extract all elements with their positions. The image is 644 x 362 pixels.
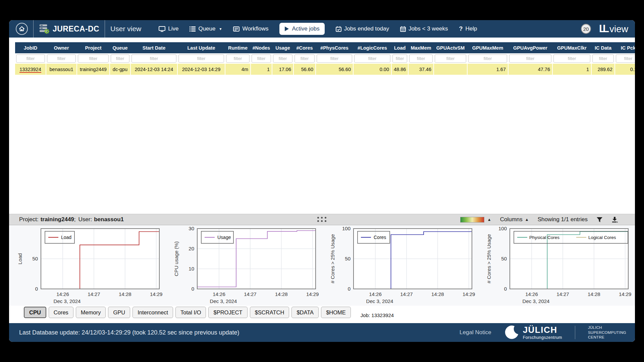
workflow-icon xyxy=(233,26,239,32)
column-header-maxmem[interactable]: MaxMem xyxy=(408,42,434,53)
nav-item-active-jobs[interactable]: Active jobs xyxy=(279,23,324,35)
column-header-load[interactable]: Load xyxy=(391,42,408,53)
svg-text:Dec 3, 2024: Dec 3, 2024 xyxy=(523,298,550,304)
drag-handle[interactable] xyxy=(317,217,327,222)
tab-scratch[interactable]: $SCRATCH xyxy=(250,307,289,318)
legal-notice-link[interactable]: Legal Notice xyxy=(460,329,491,336)
column-header-gpuavgpower[interactable]: GPUAvgPower xyxy=(508,42,552,53)
filter-input-queue[interactable] xyxy=(111,54,129,63)
home-button[interactable] xyxy=(16,23,28,35)
column-header-usage[interactable]: Usage xyxy=(272,42,293,53)
columns-dropdown-button[interactable]: Columns ▲ xyxy=(500,216,529,223)
svg-text:100: 100 xyxy=(342,226,351,231)
download-button[interactable] xyxy=(611,217,618,223)
tab-memory[interactable]: Memory xyxy=(76,307,106,318)
filter-input-logiccores[interactable] xyxy=(354,54,390,63)
top-navbar: JURECA-DC User view LiveQueue▼WorkflowsA… xyxy=(9,20,635,38)
tab-interconnect[interactable]: Interconnect xyxy=(132,307,173,318)
jobs-table: JobIDOwnerProjectQueueStart DateLast Upd… xyxy=(15,42,635,75)
column-header-physcores[interactable]: #PhysCores xyxy=(316,42,353,53)
svg-text:14:28: 14:28 xyxy=(588,291,600,297)
tab-gpu[interactable]: GPU xyxy=(108,307,130,318)
cell-load: 48.86 xyxy=(391,64,408,75)
chart-physical-logical-cores[interactable]: Physical CoresLogical Cores05010014:2614… xyxy=(478,225,634,306)
tab-cores[interactable]: Cores xyxy=(49,307,73,318)
tab-cpu[interactable]: CPU xyxy=(24,307,46,318)
svg-text:0: 0 xyxy=(504,286,507,292)
svg-text:50: 50 xyxy=(345,256,351,261)
tab-project[interactable]: $PROJECT xyxy=(208,307,247,318)
cell-jobid: 13323924 xyxy=(15,64,46,75)
cell-last-update: 2024-12-03 14:29 xyxy=(177,64,225,75)
footer-bar: Last Database update: 24/12/03-14:29:29 … xyxy=(9,323,635,342)
column-header-gpumaxclkr[interactable]: GPUMaxClkr xyxy=(552,42,591,53)
filter-input-start-date[interactable] xyxy=(131,54,176,63)
cell-maxmem: 37.46 xyxy=(408,64,434,75)
job-row[interactable]: 13323924benassou1training2449dc-gpu2024-… xyxy=(15,64,635,75)
filter-input-usage[interactable] xyxy=(273,54,292,63)
chart-cpu-usage[interactable]: Usage010203014:2614:2714:2814:29Dec 3, 2… xyxy=(165,225,322,306)
column-header-logiccores[interactable]: #LogicCores xyxy=(353,42,391,53)
column-header-project[interactable]: Project xyxy=(77,42,110,53)
column-header-ic-pck[interactable]: IC Pck xyxy=(615,42,635,53)
svg-text:14:29: 14:29 xyxy=(619,291,632,297)
filter-input-gpumaxclkr[interactable] xyxy=(553,54,590,63)
svg-text:# Cores > 25% Usage: # Cores > 25% Usage xyxy=(330,234,335,283)
column-header-jobid[interactable]: JobID xyxy=(15,42,46,53)
filter-input-load[interactable] xyxy=(392,54,407,63)
svg-text:14:27: 14:27 xyxy=(400,291,413,297)
tab-home[interactable]: $HOME xyxy=(321,307,351,318)
column-header-cores[interactable]: #Cores xyxy=(293,42,316,53)
table-header-row: JobIDOwnerProjectQueueStart DateLast Upd… xyxy=(15,42,635,53)
jobid-link[interactable]: 13323924 xyxy=(19,67,41,73)
metric-tabs: CPUCoresMemoryGPUInterconnectTotal I/O$P… xyxy=(9,306,635,323)
filter-input-nodes[interactable] xyxy=(252,54,271,63)
filter-input-jobid[interactable] xyxy=(16,54,45,63)
nav-item-live[interactable]: Live xyxy=(159,25,178,32)
chart-load[interactable]: Load05014:2614:2714:2814:29Dec 3, 2024Lo… xyxy=(9,225,165,306)
column-header-start-date[interactable]: Start Date xyxy=(130,42,177,53)
nav-item-queue[interactable]: Queue▼ xyxy=(190,25,222,32)
filter-input-project[interactable] xyxy=(78,54,109,63)
project-user-info: Project: training2449; User: benassou1 xyxy=(19,216,124,223)
nav-item-workflows[interactable]: Workflows xyxy=(233,25,268,32)
colorscale-selector[interactable]: ▲ xyxy=(460,217,491,223)
filter-input-ic-pck[interactable] xyxy=(616,54,635,63)
column-header-runtime[interactable]: Runtime xyxy=(225,42,251,53)
column-header-last-update[interactable]: Last Update xyxy=(177,42,225,53)
navbar-right-group: 20 LLview xyxy=(581,23,628,35)
download-icon xyxy=(611,217,618,223)
filter-input-last-update[interactable] xyxy=(178,54,224,63)
filter-button[interactable] xyxy=(596,217,603,223)
column-header-queue[interactable]: Queue xyxy=(110,42,130,53)
svg-text:14:27: 14:27 xyxy=(88,291,100,297)
nav-menu: LiveQueue▼WorkflowsActive jobsJobs ended… xyxy=(159,23,477,35)
svg-text:14:28: 14:28 xyxy=(119,291,131,297)
filter-input-runtime[interactable] xyxy=(226,54,250,63)
nav-item-jobs-3-weeks[interactable]: Jobs < 3 weeks xyxy=(400,25,448,32)
column-header-owner[interactable]: Owner xyxy=(46,42,77,53)
counter-badge[interactable]: 20 xyxy=(581,24,591,34)
svg-text:14:26: 14:26 xyxy=(56,291,69,297)
filter-input-maxmem[interactable] xyxy=(409,54,433,63)
column-header-gpuactvsm[interactable]: GPUActvSM xyxy=(434,42,467,53)
column-header-gpumaxmem[interactable]: GPUMaxMem xyxy=(467,42,508,53)
filter-input-gpumaxmem[interactable] xyxy=(468,54,507,63)
cell-logiccores: 0.00 xyxy=(353,64,391,75)
tab-data[interactable]: $DATA xyxy=(291,307,319,318)
chevron-down-icon: ▼ xyxy=(219,27,222,31)
filter-input-cores[interactable] xyxy=(294,54,315,63)
nav-item-jobs-ended-today[interactable]: Jobs ended today xyxy=(336,25,389,32)
column-header-nodes[interactable]: #Nodes xyxy=(251,42,272,53)
tab-total-i-o[interactable]: Total I/O xyxy=(175,307,206,318)
project-label: Project: xyxy=(19,216,39,223)
filter-input-physcores[interactable] xyxy=(317,54,352,63)
filter-input-gpuactvsm[interactable] xyxy=(435,54,466,63)
nav-item-help[interactable]: ?Help xyxy=(459,25,477,33)
play-icon xyxy=(284,26,289,32)
chart-cores-usage[interactable]: Cores05010014:2614:2714:2814:29Dec 3, 20… xyxy=(322,225,478,306)
filter-input-gpuavgpower[interactable] xyxy=(509,54,551,63)
filter-input-ic-data[interactable] xyxy=(592,54,614,63)
filter-input-owner[interactable] xyxy=(47,54,76,63)
column-header-ic-data[interactable]: IC Data xyxy=(591,42,615,53)
